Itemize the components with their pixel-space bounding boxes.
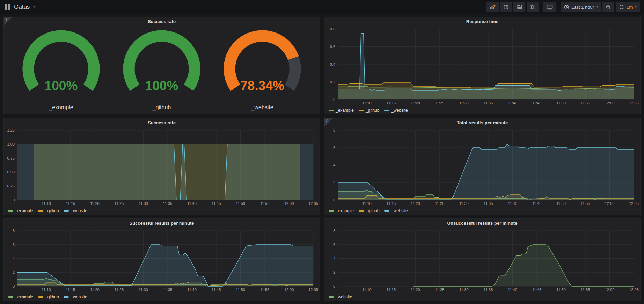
svg-text:78.34%: 78.34% (240, 79, 284, 93)
svg-text:2: 2 (13, 270, 15, 274)
legend-item-_example[interactable]: _example (329, 108, 354, 113)
svg-text:11:50: 11:50 (556, 101, 566, 105)
legend-item-_website[interactable]: _website (64, 295, 87, 299)
gauge-canvas: 78.34% (219, 30, 306, 104)
svg-text:100%: 100% (45, 79, 78, 93)
legend-item-_website[interactable]: _website (329, 295, 352, 299)
svg-text:12:00: 12:00 (605, 101, 615, 105)
panel-unsuccessful-results: Unsuccessful results per minute 0246811:… (324, 218, 641, 301)
successful-results-chart[interactable]: 0246811:1011:1511:2011:2511:3011:3511:40… (4, 228, 320, 293)
svg-text:8: 8 (333, 229, 335, 233)
chart-legend: _example_github_website (324, 207, 640, 215)
svg-text:11:50: 11:50 (236, 201, 245, 206)
chart-legend: _example_github_website (324, 106, 640, 114)
legend-item-_github[interactable]: _github (359, 108, 379, 113)
svg-text:2: 2 (333, 270, 335, 274)
svg-text:11:30: 11:30 (459, 201, 469, 206)
svg-text:11:10: 11:10 (362, 288, 372, 292)
svg-text:11:40: 11:40 (508, 201, 517, 206)
svg-text:11:55: 11:55 (581, 201, 590, 206)
time-range-button[interactable]: Last 1 hour ▾ (561, 2, 601, 12)
svg-text:11:40: 11:40 (187, 288, 197, 292)
save-button[interactable] (513, 2, 525, 12)
legend-item-_website[interactable]: _website (384, 108, 408, 113)
panel-title[interactable]: Response time (324, 17, 640, 26)
time-range-label: Last 1 hour (571, 5, 594, 10)
legend-item-_github[interactable]: _github (359, 208, 379, 213)
panel-title[interactable]: Total results per minute (324, 118, 640, 127)
legend-item-_website[interactable]: _website (384, 208, 408, 213)
legend-item-_website[interactable]: _website (64, 208, 87, 213)
legend-item-_example[interactable]: _example (8, 295, 33, 299)
legend-item-_github[interactable]: _github (38, 295, 59, 299)
svg-text:0: 0 (333, 284, 335, 288)
svg-text:11:20: 11:20 (411, 101, 420, 105)
legend-item-_github[interactable]: _github (38, 208, 59, 213)
svg-text:0: 0 (333, 198, 335, 202)
chart-canvas[interactable]: 00.250.500.751.001.2511:1011:1511:2011:2… (4, 127, 320, 207)
svg-text:11:10: 11:10 (362, 201, 372, 206)
svg-text:0: 0 (333, 97, 335, 102)
svg-text:11:15: 11:15 (66, 201, 75, 206)
svg-text:11:15: 11:15 (66, 288, 75, 292)
gauge-label: _example (49, 104, 73, 111)
svg-text:11:45: 11:45 (532, 201, 542, 206)
dashboard-title[interactable]: Gatus (14, 3, 30, 10)
svg-text:11:55: 11:55 (260, 288, 270, 292)
unsuccessful-results-chart[interactable]: 0246811:1011:1511:2011:2511:3011:3511:40… (324, 228, 640, 293)
total-results-chart[interactable]: 0246811:1011:1511:2011:2511:3011:3511:40… (324, 127, 640, 207)
zoom-out-button[interactable] (602, 2, 614, 12)
svg-text:0.6: 0.6 (330, 45, 335, 49)
chart-canvas[interactable]: 0246811:1011:1511:2011:2511:3011:3511:40… (4, 228, 320, 293)
legend-item-_example[interactable]: _example (329, 208, 354, 213)
share-button[interactable] (500, 2, 512, 12)
refresh-button[interactable]: 1m ▾ (616, 2, 640, 12)
svg-text:0.75: 0.75 (7, 156, 15, 160)
panel-title[interactable]: Success rate (4, 118, 320, 127)
svg-text:11:15: 11:15 (387, 288, 396, 292)
chart-canvas[interactable]: 0246811:1011:1511:2011:2511:3011:3511:40… (324, 228, 640, 293)
settings-gear-button[interactable] (527, 2, 539, 12)
chart-canvas[interactable]: 00.20.40.60.811:1011:1511:2011:2511:3011… (324, 26, 640, 106)
svg-text:11:50: 11:50 (556, 288, 566, 292)
info-icon[interactable]: i (326, 119, 327, 123)
svg-text:11:40: 11:40 (508, 101, 517, 105)
panel-title[interactable]: Successful results per minute (4, 219, 320, 228)
svg-text:12:05: 12:05 (629, 101, 639, 105)
svg-text:6: 6 (333, 243, 335, 247)
svg-text:6: 6 (13, 243, 15, 247)
chevron-down-icon: ▾ (596, 6, 598, 9)
svg-text:11:35: 11:35 (163, 201, 173, 206)
chart-canvas[interactable]: 0246811:1011:1511:2011:2511:3011:3511:40… (324, 127, 640, 207)
dashboards-grid-icon[interactable] (4, 4, 10, 10)
legend-item-_example[interactable]: _example (8, 208, 33, 213)
svg-text:1.25: 1.25 (7, 128, 15, 132)
svg-text:11:55: 11:55 (260, 201, 270, 206)
info-icon[interactable]: i (6, 17, 7, 22)
svg-text:0.2: 0.2 (330, 80, 335, 84)
success-rate-chart[interactable]: 00.250.500.751.001.2511:1011:1511:2011:2… (4, 127, 320, 207)
gauge-label: _website (251, 104, 273, 111)
svg-text:11:10: 11:10 (42, 288, 51, 292)
response-time-chart[interactable]: 00.20.40.60.811:1011:1511:2011:2511:3011… (324, 26, 640, 106)
gauge-canvas: 100% (17, 30, 105, 104)
svg-text:11:10: 11:10 (362, 101, 372, 105)
svg-text:11:45: 11:45 (532, 101, 542, 105)
svg-text:11:25: 11:25 (115, 288, 124, 292)
svg-text:11:35: 11:35 (484, 288, 493, 292)
svg-text:4: 4 (333, 163, 335, 167)
panel-title[interactable]: Unsuccessful results per minute (324, 219, 640, 228)
gauge-row: 100%_example100%_github78.34%_website (4, 26, 320, 114)
gauge-canvas: 100% (118, 30, 205, 104)
svg-text:0.8: 0.8 (330, 27, 335, 31)
svg-text:1.00: 1.00 (7, 142, 15, 146)
add-panel-button[interactable] (486, 2, 499, 12)
svg-text:11:40: 11:40 (508, 288, 517, 292)
svg-text:12:05: 12:05 (629, 201, 639, 206)
cycle-view-tv-button[interactable] (543, 2, 556, 12)
svg-text:11:20: 11:20 (90, 288, 100, 292)
svg-text:100%: 100% (145, 79, 178, 93)
svg-text:0: 0 (13, 284, 15, 288)
panel-title[interactable]: Success rate (4, 17, 320, 26)
svg-text:6: 6 (333, 146, 335, 150)
